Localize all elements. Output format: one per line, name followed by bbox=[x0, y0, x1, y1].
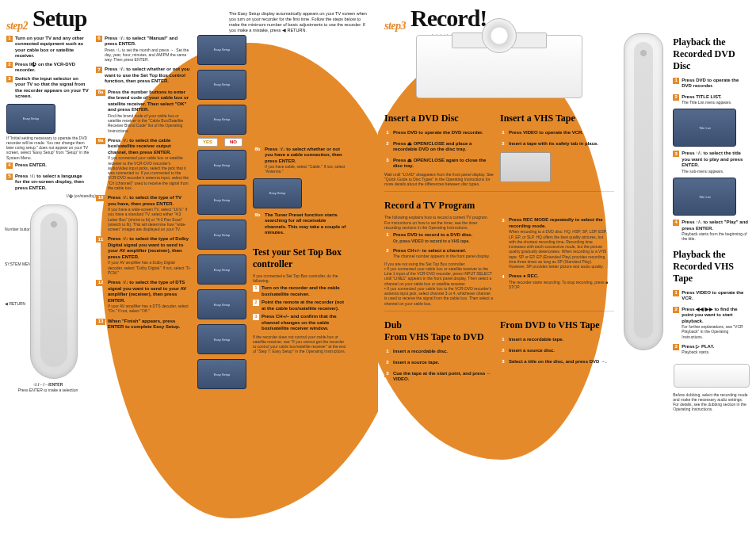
step-8b-text: Press ↑/↓ to select whether or not you h… bbox=[265, 147, 342, 163]
vhs-tape-illustration bbox=[500, 152, 551, 182]
step3-label: step3 bbox=[384, 19, 406, 33]
tv-thumb-titlelist: Title List bbox=[673, 109, 736, 147]
step2-heading: step2 Setup The Easy Setup display autom… bbox=[0, 0, 378, 33]
recorder-illustration bbox=[416, 35, 582, 98]
tv-thumb: Easy Setup bbox=[197, 289, 246, 319]
tv-thumb: Easy Setup bbox=[197, 185, 246, 215]
branch-yes: YES bbox=[197, 138, 218, 147]
remote-illustration-large bbox=[624, 33, 663, 350]
record-title: Record! bbox=[410, 3, 487, 33]
tv-thumb: Easy Setup bbox=[253, 178, 302, 208]
tv-thumb-intro: Easy Setup bbox=[6, 104, 55, 134]
easy-setup-note: If "Initial setting necessary to operate… bbox=[6, 136, 90, 160]
dvd-disc-illustration bbox=[482, 18, 517, 53]
tv-thumb: Easy Setup bbox=[197, 35, 246, 65]
tv-thumb: Easy Setup bbox=[197, 359, 246, 389]
remote-standby-label: I/⏻ (on/standby) bbox=[67, 193, 96, 198]
test-stb-block: Test your Set Top Box controller If you … bbox=[253, 243, 348, 354]
branch-no: NO bbox=[224, 138, 242, 147]
tv-thumb: Easy Setup bbox=[197, 324, 246, 354]
playback-vhs-title: Playback the Recorded VHS Tape bbox=[673, 249, 750, 285]
dub-dvd-vhs-title: From DVD to VHS Tape bbox=[500, 319, 609, 331]
record-tv-title: Record a TV Program bbox=[384, 200, 614, 212]
setup-intro: The Easy Setup display automatically app… bbox=[229, 11, 372, 33]
remote-enter-label: ↑/↓/←/→/ENTER bbox=[33, 382, 63, 387]
step-8b-num: 8b bbox=[253, 147, 262, 153]
remote-illustration bbox=[30, 204, 78, 379]
setup-title: Setup bbox=[32, 3, 86, 33]
insert-vhs-title: Insert a VHS Tape bbox=[500, 113, 609, 124]
step2-label: step2 bbox=[6, 19, 28, 33]
setup-col1-steps: 1Turn on your TV and any other connected… bbox=[6, 33, 90, 102]
step3-heading: step3 Record! bbox=[378, 0, 756, 33]
remote-return-label: ◀ RETURN bbox=[5, 301, 25, 306]
test-stb-title: Test your Set Top Box controller bbox=[253, 246, 348, 270]
dub-note: Before dubbing, select the recording mod… bbox=[673, 392, 750, 412]
tv-thumb: Easy Setup bbox=[197, 220, 246, 250]
tv-thumb: Easy Setup bbox=[197, 254, 246, 285]
dub-vhs-dvd-title: Dub From VHS Tape to DVD bbox=[384, 319, 494, 343]
step-9b-num: 9b bbox=[253, 212, 262, 219]
step-9b-text: The Tuner Preset function starts searchi… bbox=[265, 212, 346, 235]
insert-dvd-title: Insert a DVD Disc bbox=[384, 113, 494, 124]
tv-thumb-submenu: Title List bbox=[673, 178, 736, 216]
remote-enter-note: Press ENTER to make a selection bbox=[18, 388, 78, 392]
tv-thumb: Easy Setup bbox=[197, 105, 246, 135]
recorder-front-illustration bbox=[674, 364, 750, 388]
tv-thumb: Easy Setup bbox=[197, 70, 246, 100]
playback-dvd-title: Playback the Recorded DVD Disc bbox=[673, 36, 750, 72]
remote-numbers-label: Number buttons bbox=[5, 227, 33, 231]
tv-thumb: Easy Setup bbox=[197, 150, 246, 180]
